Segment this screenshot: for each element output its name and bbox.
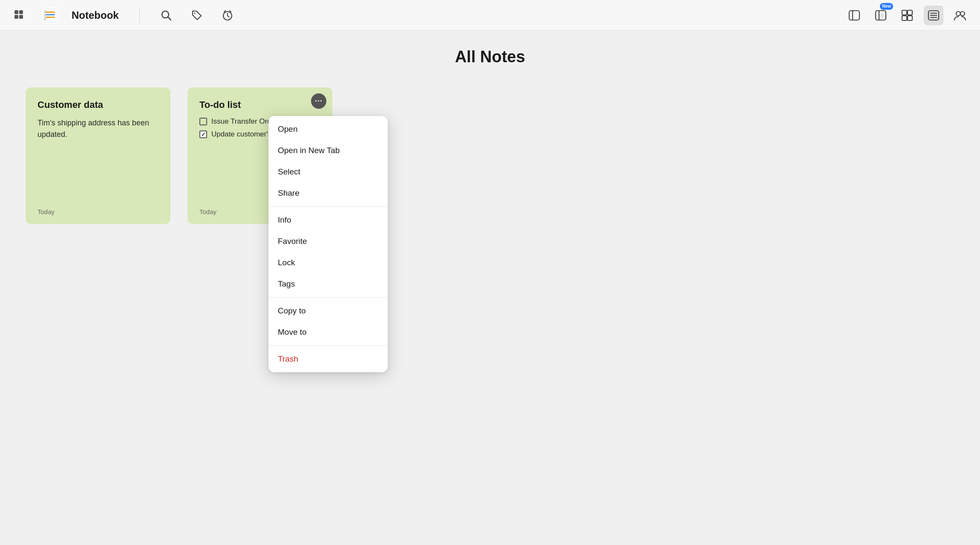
svg-rect-0 xyxy=(14,10,18,14)
toolbar-divider xyxy=(139,8,140,23)
new-badge-label: New xyxy=(880,3,893,10)
note-date: Today xyxy=(37,208,159,215)
app-title: Notebook xyxy=(72,9,119,21)
context-menu-favorite[interactable]: Favorite xyxy=(268,231,388,252)
svg-rect-3 xyxy=(19,15,23,19)
reminders-button[interactable] xyxy=(218,6,237,25)
note-title: To-do list xyxy=(199,99,320,110)
context-menu-section-4: Trash xyxy=(268,345,388,372)
context-menu-copy-to[interactable]: Copy to xyxy=(268,300,388,322)
svg-point-15 xyxy=(194,12,195,14)
todo-checkbox-unchecked xyxy=(199,118,207,125)
context-menu-section-1: Open Open in New Tab Select Share xyxy=(268,116,388,206)
search-button[interactable] xyxy=(157,6,176,25)
app-logo xyxy=(41,6,60,25)
app-grid-button[interactable] xyxy=(10,6,29,25)
context-menu-tags[interactable]: Tags xyxy=(268,273,388,295)
svg-rect-6 xyxy=(46,12,55,13)
note-title: Customer data xyxy=(37,99,159,110)
svg-rect-1 xyxy=(19,10,23,14)
svg-rect-25 xyxy=(880,13,884,17)
todo-checkbox-checked xyxy=(199,130,207,138)
main-content: All Notes Customer data Tim's shipping a… xyxy=(0,31,980,545)
svg-point-34 xyxy=(956,12,960,16)
svg-rect-26 xyxy=(902,10,907,15)
svg-point-35 xyxy=(960,12,965,16)
page-title: All Notes xyxy=(26,48,954,66)
context-menu-open[interactable]: Open xyxy=(268,119,388,140)
svg-rect-7 xyxy=(46,14,55,15)
condensed-view-button[interactable] xyxy=(924,6,943,25)
svg-rect-12 xyxy=(44,18,46,20)
ellipsis-icon: ··· xyxy=(315,97,323,106)
context-menu-info[interactable]: Info xyxy=(268,209,388,231)
note-card-customer-data[interactable]: Customer data Tim's shipping address has… xyxy=(26,87,170,224)
svg-rect-11 xyxy=(44,14,46,16)
context-menu-trash[interactable]: Trash xyxy=(268,348,388,370)
svg-rect-29 xyxy=(908,16,912,20)
svg-rect-10 xyxy=(44,11,46,13)
svg-line-18 xyxy=(228,16,229,17)
context-menu: Open Open in New Tab Select Share Info F… xyxy=(268,116,388,372)
new-feature-button[interactable]: New xyxy=(871,6,891,25)
context-menu-move-to[interactable]: Move to xyxy=(268,322,388,343)
svg-rect-21 xyxy=(849,11,859,20)
context-menu-lock[interactable]: Lock xyxy=(268,252,388,273)
context-menu-share[interactable]: Share xyxy=(268,183,388,204)
people-button[interactable] xyxy=(950,6,970,25)
toolbar: Notebook xyxy=(0,0,980,31)
context-menu-open-new-tab[interactable]: Open in New Tab xyxy=(268,140,388,161)
context-menu-select[interactable]: Select xyxy=(268,161,388,183)
context-menu-section-2: Info Favorite Lock Tags xyxy=(268,206,388,297)
toolbar-right: New xyxy=(845,6,970,25)
notes-grid: Customer data Tim's shipping address has… xyxy=(26,87,954,224)
sidebar-toggle-button[interactable] xyxy=(845,6,864,25)
tags-button[interactable] xyxy=(187,6,206,25)
svg-point-13 xyxy=(162,11,169,18)
svg-rect-28 xyxy=(902,16,907,20)
svg-rect-27 xyxy=(908,10,912,15)
note-menu-button[interactable]: ··· xyxy=(311,93,326,109)
toolbar-left: Notebook xyxy=(10,6,845,25)
svg-line-14 xyxy=(168,17,171,20)
context-menu-section-3: Copy to Move to xyxy=(268,297,388,345)
svg-rect-8 xyxy=(46,17,55,18)
gallery-view-button[interactable] xyxy=(897,6,917,25)
note-body: Tim's shipping address has been updated. xyxy=(37,117,159,140)
svg-rect-2 xyxy=(14,15,18,19)
